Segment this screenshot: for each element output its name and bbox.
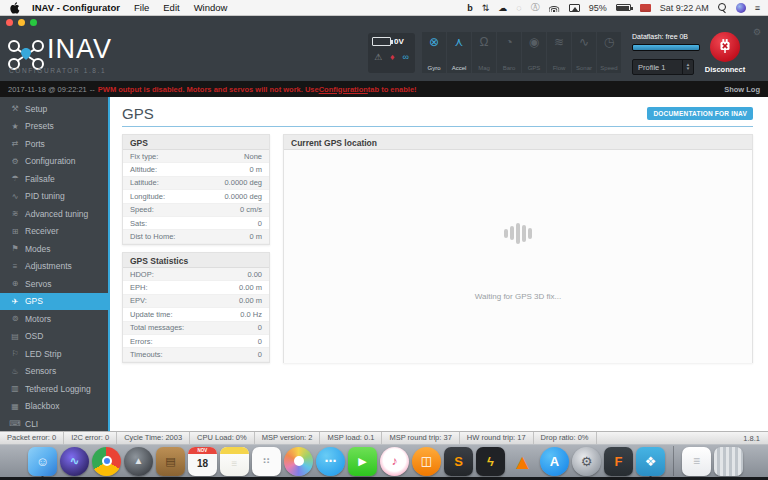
- spotlight-search-icon[interactable]: [718, 3, 727, 12]
- dock-icon[interactable]: [673, 446, 674, 476]
- sidebar-item[interactable]: ⊕ Servos: [0, 275, 108, 293]
- dock-icon-itunes[interactable]: ♪: [380, 447, 409, 476]
- sensor-label: Accel: [452, 65, 467, 71]
- row-value: 0 m: [249, 232, 262, 241]
- alert-message: PWM output is disabled. Motors and servo…: [98, 85, 319, 94]
- dock-icon-app-store[interactable]: A: [540, 447, 569, 476]
- sidebar-item[interactable]: ▤ OSD: [0, 328, 108, 346]
- row-label: Longitude:: [130, 192, 165, 201]
- sidebar-item[interactable]: ♨ Sensors: [0, 363, 108, 381]
- dock-icon-inav-configurator[interactable]: ❖: [636, 447, 665, 476]
- sidebar-item[interactable]: ⇄ Ports: [0, 135, 108, 153]
- app-header: INAV CONFIGURATOR 1.8.1 0V ⚠ ♦ ∞ ⊗: [0, 16, 768, 81]
- alert-message-tail: tab to enable!: [368, 85, 417, 94]
- dock-icon-notes[interactable]: ≡: [220, 447, 249, 476]
- sidebar-item[interactable]: ⊞ Receiver: [0, 223, 108, 241]
- row-label: Latitude:: [130, 178, 159, 187]
- profile-select[interactable]: Profile 1 ▲▼: [632, 59, 694, 75]
- dock-icon-chrome[interactable]: [92, 447, 121, 476]
- menubar-menu-item[interactable]: Edit: [163, 2, 179, 13]
- sidebar-item[interactable]: ≋ Advanced tuning: [0, 205, 108, 223]
- menubar-clock[interactable]: Sat 9:22 AM: [660, 3, 709, 13]
- notification-center-icon[interactable]: ≡: [755, 3, 760, 13]
- menubar-app-name[interactable]: INAV - Configurator: [32, 2, 120, 13]
- configuration-tab-link[interactable]: Configuration: [319, 85, 368, 94]
- sidebar-item-icon: ★: [9, 122, 21, 131]
- display-mirroring-icon[interactable]: [569, 4, 580, 12]
- sidebar-item[interactable]: ★ Presets: [0, 118, 108, 136]
- input-source-flag-icon[interactable]: [640, 4, 651, 12]
- table-row: Errors: 0: [123, 335, 269, 348]
- window-zoom-button[interactable]: [30, 19, 37, 26]
- wifi-icon[interactable]: [549, 3, 560, 12]
- sensor-indicator: ≋ Flow: [547, 32, 571, 73]
- row-value: 0: [258, 323, 262, 332]
- sidebar-item-icon: ∿: [9, 192, 21, 201]
- sidebar-item[interactable]: ▥ Tethered Logging: [0, 380, 108, 398]
- row-label: Errors:: [130, 337, 153, 346]
- window-minimize-button[interactable]: [18, 19, 25, 26]
- row-value: 0.0 Hz: [240, 310, 262, 319]
- inav-configurator-window: INAV CONFIGURATOR 1.8.1 0V ⚠ ♦ ∞ ⊗: [0, 16, 768, 444]
- show-log-button[interactable]: Show Log: [724, 85, 760, 94]
- sidebar-item[interactable]: ⚑ Modes: [0, 240, 108, 258]
- b-status-icon[interactable]: b: [467, 3, 473, 13]
- sidebar-item-icon: ≡: [9, 262, 21, 271]
- settings-gear-icon[interactable]: ⚙: [753, 27, 761, 37]
- row-label: Fix type:: [130, 152, 158, 161]
- dock-icon-recent-documents[interactable]: ≡: [682, 447, 711, 476]
- dock-icon-glyph: ▲: [134, 456, 144, 466]
- documentation-button[interactable]: DOCUMENTATION FOR INAV: [647, 107, 753, 120]
- sidebar-item[interactable]: ≡ Adjustments: [0, 258, 108, 276]
- sidebar-item[interactable]: ∿ PID tuning: [0, 188, 108, 206]
- dock-icon-siri[interactable]: ∿: [60, 447, 89, 476]
- dock-icon-yellow-bird-app[interactable]: ϟ: [476, 447, 505, 476]
- dock-icon-photos[interactable]: [284, 447, 313, 476]
- disconnect-button[interactable]: [710, 32, 740, 62]
- sidebar-item[interactable]: ⊚ Motors: [0, 310, 108, 328]
- dock-icon-launchpad[interactable]: ▲: [124, 447, 153, 476]
- sidebar-item[interactable]: ⚙ Configuration: [0, 153, 108, 171]
- sidebar-item-icon: ▦: [9, 402, 21, 411]
- circle-status-icon[interactable]: ◌: [516, 3, 521, 13]
- sidebar-item[interactable]: ▦ Blackbox: [0, 398, 108, 416]
- dock-icon-facetime[interactable]: ▶: [348, 447, 377, 476]
- dock-icon-glyph: ≡: [232, 454, 238, 469]
- sidebar-item[interactable]: ⚐ LED Strip: [0, 345, 108, 363]
- sensor-label: GPS: [528, 65, 541, 71]
- dock-icon-messages[interactable]: ⋯: [316, 447, 345, 476]
- dock-icon-sublime-text[interactable]: S: [444, 447, 473, 476]
- sidebar-item-label: Adjustments: [25, 261, 72, 271]
- dock-icon-fusion-360[interactable]: F: [604, 447, 633, 476]
- profile-stepper-icon[interactable]: ▲▼: [682, 60, 693, 74]
- sidebar-item-label: Motors: [25, 314, 51, 324]
- dock-icon-reminders[interactable]: ∷: [252, 447, 281, 476]
- siri-icon[interactable]: [736, 3, 746, 13]
- menubar-menu-item[interactable]: Window: [194, 2, 228, 13]
- cloud-icon[interactable]: ☁: [498, 3, 507, 13]
- apple-menu-icon[interactable]: [10, 2, 20, 14]
- dock-icon-trash[interactable]: [714, 447, 743, 476]
- dock-icon-calendar[interactable]: NOV 18: [188, 447, 217, 476]
- dock-icon-finder[interactable]: ☺: [28, 447, 57, 476]
- input-a-badge-icon[interactable]: Ⓐ: [531, 1, 540, 14]
- row-label: Altitude:: [130, 165, 157, 174]
- gps-page: GPS DOCUMENTATION FOR INAV GPS Fix type:…: [110, 97, 768, 431]
- sidebar-item-label: Failsafe: [25, 174, 55, 184]
- window-close-button[interactable]: [6, 19, 13, 26]
- sidebar-item[interactable]: ⌨ CLI: [0, 415, 108, 433]
- table-row: EPV: 0.00 m: [123, 295, 269, 308]
- dock-icon-system-preferences[interactable]: ⚙: [572, 447, 601, 476]
- dock-icon-vlc[interactable]: ▲: [508, 447, 537, 476]
- sidebar-item[interactable]: ⚒ Setup: [0, 100, 108, 118]
- sidebar-item-icon: ⊞: [9, 227, 21, 236]
- dock-icon-contacts[interactable]: ▤: [156, 447, 185, 476]
- dock-icon-books[interactable]: ◫: [412, 447, 441, 476]
- sidebar-item[interactable]: ☂ Failsafe: [0, 170, 108, 188]
- gps-data-panel: GPS Fix type: None Altitude: 0 m: [122, 134, 270, 245]
- sidebar-item-icon: ≋: [9, 209, 21, 218]
- row-label: Total messages:: [130, 323, 184, 332]
- sync-arrows-icon[interactable]: ⇅: [482, 3, 490, 13]
- menubar-menu-item[interactable]: File: [134, 2, 149, 13]
- sidebar-item[interactable]: ✈ GPS: [0, 293, 108, 311]
